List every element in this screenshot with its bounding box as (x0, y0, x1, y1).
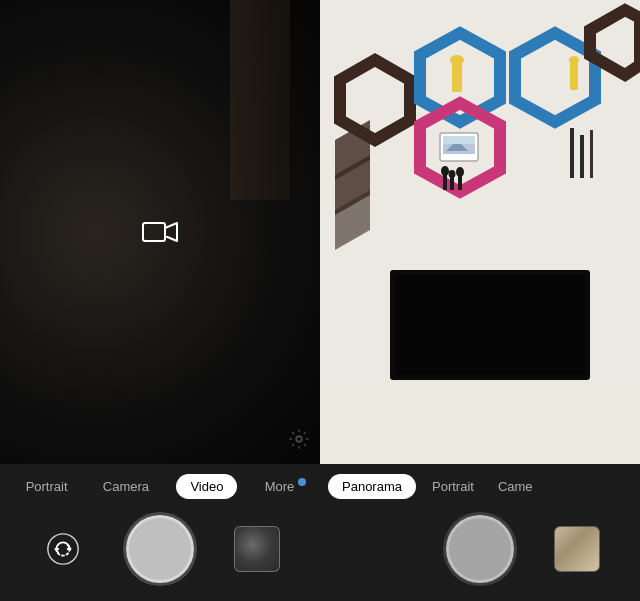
right-mode-panorama[interactable]: Panorama (328, 474, 416, 499)
svg-point-3 (48, 534, 78, 564)
svg-rect-7 (452, 62, 462, 92)
flip-camera-button[interactable] (40, 526, 86, 572)
right-controls-placeholder (360, 526, 406, 572)
svg-point-24 (449, 170, 456, 178)
svg-rect-10 (570, 62, 578, 90)
right-camera-panel: Panorama Portrait Came (320, 0, 640, 601)
right-mode-row-wrapper: Panorama Portrait Came (320, 464, 640, 507)
shutter-button[interactable] (126, 515, 194, 583)
left-viewfinder (0, 0, 320, 464)
mode-more[interactable]: More (257, 475, 303, 498)
svg-rect-28 (580, 135, 584, 178)
svg-rect-0 (143, 223, 165, 241)
settings-icon[interactable] (288, 428, 310, 454)
mode-portrait[interactable]: Portrait (18, 475, 76, 498)
svg-rect-31 (395, 275, 585, 375)
svg-point-2 (296, 436, 302, 442)
shelf-scene (320, 0, 640, 464)
right-shutter-button[interactable] (446, 515, 514, 583)
svg-rect-29 (590, 130, 593, 178)
svg-point-22 (441, 166, 449, 176)
right-bottom-bar: Panorama Portrait Came (320, 464, 640, 601)
svg-point-8 (450, 55, 464, 65)
left-controls-row (0, 507, 320, 601)
right-mode-portrait[interactable]: Portrait (424, 475, 482, 498)
right-mode-camera[interactable]: Came (490, 475, 541, 498)
svg-rect-27 (570, 128, 574, 178)
svg-point-26 (456, 167, 464, 177)
thumbnail-preview (235, 527, 279, 571)
svg-point-11 (569, 56, 579, 64)
gallery-thumbnail[interactable] (234, 526, 280, 572)
left-bottom-bar: Portrait Camera Video More (0, 464, 320, 601)
left-camera-panel: Portrait Camera Video More (0, 0, 320, 601)
right-controls-row (320, 507, 640, 601)
svg-rect-17 (443, 136, 475, 144)
right-mode-row: Panorama Portrait Came (320, 464, 640, 507)
right-viewfinder (320, 0, 640, 464)
right-thumbnail-preview (555, 527, 599, 571)
svg-marker-1 (165, 223, 177, 241)
hex-shelves-svg (320, 0, 640, 380)
mode-camera[interactable]: Camera (95, 475, 157, 498)
door-element (230, 0, 290, 200)
mode-video-active[interactable]: Video (176, 474, 237, 499)
left-mode-row: Portrait Camera Video More (0, 464, 320, 507)
right-gallery-thumbnail[interactable] (554, 526, 600, 572)
video-mode-icon (142, 218, 178, 246)
blue-dot-indicator (298, 478, 306, 486)
